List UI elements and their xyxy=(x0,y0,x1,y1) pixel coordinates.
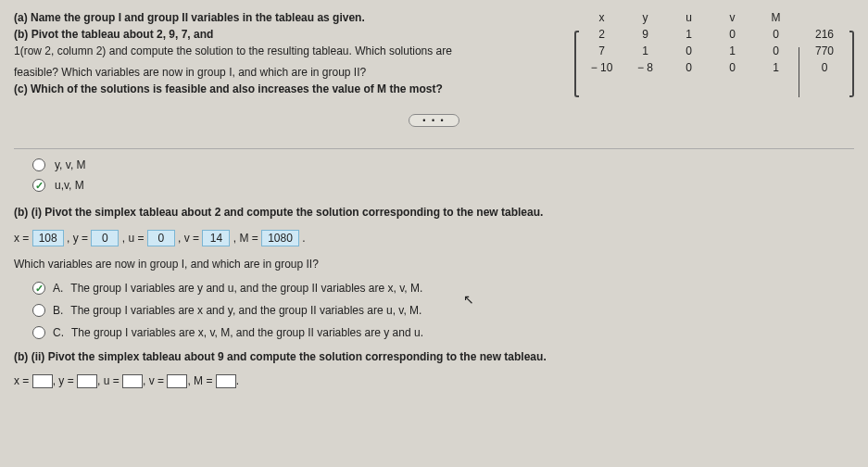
eq-text: , u = xyxy=(119,232,146,245)
radio-group-1: y, v, M u,v, M xyxy=(32,158,854,192)
eq-text: , y = xyxy=(53,374,77,387)
cell: 1 xyxy=(686,26,692,43)
part-bii-intro: (b) (ii) Pivot the simplex tableau about… xyxy=(14,350,854,363)
radio-label: y, v, M xyxy=(55,158,86,171)
feasible-q: feasible? Which variables are now in gro… xyxy=(14,64,556,81)
simplex-tableau: x 2 7 − 10 y 9 1 − 8 u 1 0 0 v 0 1 0 M 0… xyxy=(574,9,854,97)
result-cell: 0 xyxy=(822,59,828,76)
cursor-icon: ↖ xyxy=(463,292,474,307)
input-u[interactable] xyxy=(122,374,143,388)
cell: 9 xyxy=(642,26,648,43)
input-x[interactable] xyxy=(32,374,53,388)
eq-text: . xyxy=(236,374,239,387)
cell: − 8 xyxy=(637,59,653,76)
radio-yvm[interactable] xyxy=(32,158,45,171)
radio-option-c[interactable] xyxy=(32,326,45,339)
cell: 0 xyxy=(686,43,692,59)
cell: 1 xyxy=(729,43,736,59)
radio-option-a[interactable] xyxy=(32,282,45,295)
cell: 0 xyxy=(773,26,779,43)
option-letter: C. xyxy=(53,326,64,339)
part-c-label: (c) Which of the solutions is feasible a… xyxy=(14,82,443,95)
part-b-label: (b) Pivot the tableau about 2, 9, 7, and xyxy=(14,28,213,41)
part-b-cont: 1(row 2, column 2) and compute the solut… xyxy=(14,43,556,59)
eq-text: , M = xyxy=(187,374,215,387)
result-cell: 216 xyxy=(815,26,834,43)
col-x: x xyxy=(599,9,605,26)
eq-text: , M = xyxy=(230,232,261,245)
cell: 1 xyxy=(773,59,779,76)
answer-v[interactable]: 14 xyxy=(202,230,230,246)
part-a-label: (a) Name the group I and group II variab… xyxy=(14,11,365,24)
answer-y[interactable]: 0 xyxy=(91,230,119,246)
input-v[interactable] xyxy=(167,374,187,388)
radio-group-2: A. The group I variables are y and u, an… xyxy=(32,282,854,339)
cell: 0 xyxy=(686,59,692,76)
eq-text: x = xyxy=(14,374,32,387)
cell: − 10 xyxy=(591,59,613,76)
result-cell: 770 xyxy=(815,43,834,59)
more-button[interactable]: • • • xyxy=(409,114,459,127)
eq-text: x = xyxy=(14,232,32,245)
group-question: Which variables are now in group I, and … xyxy=(14,258,854,271)
cell: 0 xyxy=(773,43,779,59)
cell: 1 xyxy=(642,43,648,59)
answer-M[interactable]: 1080 xyxy=(261,230,299,246)
cell: 0 xyxy=(729,26,736,43)
col-y: y xyxy=(643,9,648,26)
radio-label: u,v, M xyxy=(55,179,84,192)
divider xyxy=(14,148,854,149)
option-text: The group I variables are y and u, and t… xyxy=(70,282,422,295)
option-letter: B. xyxy=(53,304,63,317)
eq-text: , y = xyxy=(64,232,92,245)
col-v: v xyxy=(730,9,736,26)
option-letter: A. xyxy=(53,282,63,295)
question-text: (a) Name the group I and group II variab… xyxy=(14,9,556,97)
col-M: M xyxy=(772,9,781,26)
option-text: The group I variables are x, v, M, and t… xyxy=(71,326,423,339)
cell: 2 xyxy=(598,26,605,43)
eq-text: , u = xyxy=(97,374,122,387)
part-bi-intro: (b) (i) Pivot the simplex tableau about … xyxy=(14,206,854,219)
answer-u[interactable]: 0 xyxy=(147,230,175,246)
eq-text: , v = xyxy=(143,374,167,387)
option-text: The group I variables are x and y, and t… xyxy=(70,304,421,317)
input-M[interactable] xyxy=(216,374,236,388)
cell: 7 xyxy=(598,43,605,59)
input-y[interactable] xyxy=(77,374,97,388)
col-u: u xyxy=(686,9,692,26)
eq-text: , v = xyxy=(175,232,203,245)
eq-text: . xyxy=(299,232,306,245)
cell: 0 xyxy=(729,59,736,76)
radio-option-b[interactable] xyxy=(32,304,45,317)
radio-uvm[interactable] xyxy=(32,179,45,192)
answer-x[interactable]: 108 xyxy=(32,230,64,246)
